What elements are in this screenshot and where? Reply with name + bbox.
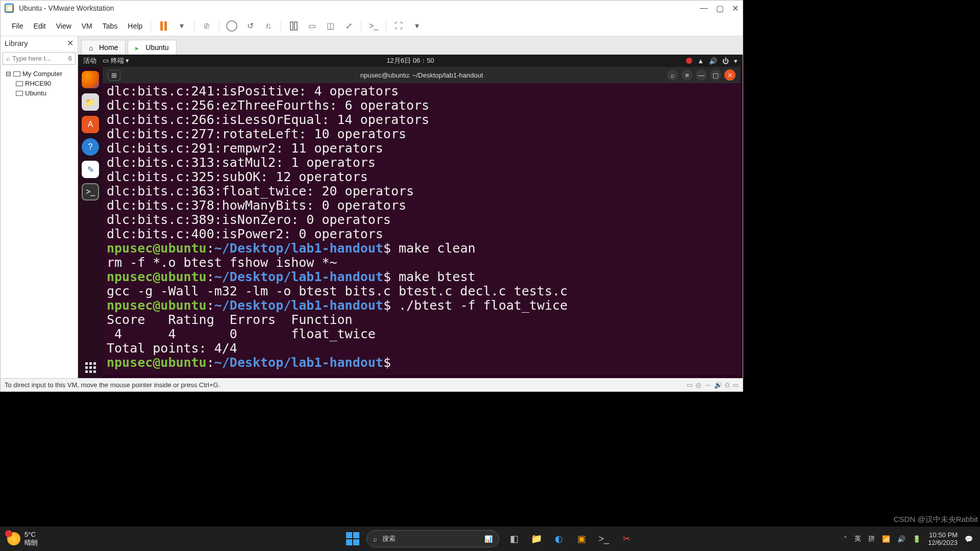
- library-search[interactable]: ⌕ Type here t... 6: [3, 52, 76, 65]
- view-console-button[interactable]: ▭: [306, 20, 318, 32]
- separator-icon: [151, 20, 151, 32]
- weather-icon: [7, 532, 20, 545]
- menu-view[interactable]: View: [51, 19, 77, 33]
- taskbar-weather[interactable]: 5°C 晴朗: [0, 531, 45, 547]
- dock-terminal[interactable]: >_: [82, 183, 99, 201]
- library-tree: ⊟ My Computer RHCE90 Ubuntu: [1, 67, 78, 100]
- dlc-line: dlc:bits.c:313:satMul2: 1 operators: [107, 155, 376, 170]
- snapshot-revert-button[interactable]: ↺: [244, 20, 256, 32]
- terminal-body[interactable]: dlc:bits.c:241:isPositive: 4 operators d…: [103, 83, 741, 375]
- dock-help[interactable]: ?: [82, 138, 99, 156]
- device-net-icon[interactable]: ↔: [704, 381, 711, 389]
- terminal-minimize-button[interactable]: —: [696, 69, 707, 81]
- dlc-line: dlc:bits.c:363:float_twice: 20 operators: [107, 184, 414, 198]
- separator-icon: [386, 20, 386, 32]
- menu-tabs[interactable]: Tabs: [97, 19, 123, 33]
- device-display-icon[interactable]: ▭: [732, 381, 739, 389]
- device-hdd-icon[interactable]: ▭: [687, 381, 693, 389]
- taskbar-terminal[interactable]: >_: [596, 531, 611, 546]
- volume-icon[interactable]: 🔊: [897, 535, 905, 543]
- gnome-datetime[interactable]: 12月6日 06：50: [386, 56, 434, 65]
- power-icon[interactable]: ⏻: [722, 57, 729, 65]
- dock-software[interactable]: A: [82, 116, 99, 133]
- gnome-app-label[interactable]: 终端: [111, 57, 124, 64]
- tray-chevron-icon[interactable]: ˄: [844, 535, 847, 543]
- menu-file[interactable]: File: [7, 19, 29, 33]
- chevron-down-icon[interactable]: ▾: [734, 57, 738, 65]
- taskbar-explorer[interactable]: 📁: [529, 531, 544, 546]
- wifi-icon[interactable]: 📶: [882, 535, 890, 543]
- taskbar-search-placeholder: 搜索: [382, 534, 396, 543]
- dock-files[interactable]: 📁: [82, 93, 99, 111]
- send-ctrl-alt-del-button[interactable]: ⎚: [201, 20, 213, 32]
- computer-icon: [13, 71, 20, 77]
- maximize-icon[interactable]: ▢: [716, 4, 724, 13]
- terminal-search-button[interactable]: ⌕: [667, 69, 678, 81]
- dlc-line: dlc:bits.c:266:isLessOrEqual: 14 operato…: [107, 112, 429, 127]
- search-widget-icon: 📊: [484, 535, 493, 543]
- volume-icon[interactable]: 🔊: [709, 57, 717, 65]
- tree-child-rhce90[interactable]: RHCE90: [4, 79, 75, 88]
- device-printer-icon[interactable]: ⎙: [725, 381, 729, 389]
- vm-tabs: ⌂Home ▸Ubuntu: [78, 36, 743, 55]
- prompt-path: ~/Desktop/lab1-handout: [214, 269, 383, 284]
- dropdown-icon[interactable]: ▾: [176, 20, 188, 32]
- notifications-icon[interactable]: 💬: [965, 535, 973, 543]
- fullscreen-button[interactable]: ⛶: [393, 20, 405, 32]
- tree-child-label: Ubuntu: [25, 89, 46, 97]
- minimize-icon[interactable]: —: [700, 4, 708, 13]
- taskbar-search[interactable]: ⌕ 搜索 📊: [366, 530, 499, 547]
- snapshot-button[interactable]: [226, 20, 238, 32]
- snapshot-manager-button[interactable]: ⎌: [262, 20, 275, 32]
- taskbar-taskview[interactable]: ◧: [506, 531, 522, 546]
- cmd-prompt-button[interactable]: >_: [368, 20, 380, 32]
- tab-home[interactable]: ⌂Home: [81, 40, 126, 55]
- view-single-button[interactable]: [287, 20, 300, 32]
- device-cd-icon[interactable]: ◎: [696, 381, 701, 389]
- dock-firefox[interactable]: [82, 71, 99, 88]
- terminal-title: npusec@ubuntu: ~/Desktop/lab1-handout: [360, 71, 483, 79]
- gnome-activities[interactable]: 活动: [83, 56, 96, 65]
- library-close-icon[interactable]: ✕: [67, 38, 74, 48]
- dlc-line: dlc:bits.c:277:rotateLeft: 10 operators: [107, 127, 406, 141]
- device-sound-icon[interactable]: 🔊: [714, 381, 722, 389]
- taskbar-clock[interactable]: 10:50 PM 12/6/2023: [928, 531, 958, 546]
- terminal-menu-button[interactable]: ≡: [681, 69, 693, 81]
- separator-icon: [281, 20, 281, 32]
- terminal-maximize-button[interactable]: ▢: [710, 69, 721, 81]
- tree-root[interactable]: ⊟ My Computer: [4, 69, 75, 79]
- tab-ubuntu-label: Ubuntu: [145, 43, 168, 52]
- menu-help[interactable]: Help: [122, 19, 148, 33]
- vm-icon: [16, 81, 23, 86]
- menu-edit[interactable]: Edit: [29, 19, 51, 33]
- terminal-close-button[interactable]: ✕: [724, 69, 736, 81]
- separator-icon: [361, 20, 361, 32]
- menu-vm[interactable]: VM: [77, 19, 97, 33]
- ime-method[interactable]: 拼: [868, 534, 875, 543]
- pause-button[interactable]: [157, 20, 169, 32]
- vm-display[interactable]: 活动 ▭ 终端 ▾ 12月6日 06：50 ▲ 🔊 ⏻ ▾ 📁 A: [78, 55, 743, 378]
- network-icon[interactable]: ▲: [697, 57, 704, 65]
- cmd1: make clean: [399, 241, 476, 256]
- taskbar-vmware[interactable]: ▣: [574, 531, 589, 546]
- dock-gedit[interactable]: ✎: [82, 161, 99, 178]
- cmd3: ./btest -f float_twice: [399, 298, 568, 313]
- start-button[interactable]: [346, 532, 359, 545]
- terminal-new-tab-button[interactable]: ⊞: [108, 70, 120, 81]
- close-icon[interactable]: ✕: [732, 4, 739, 13]
- battery-icon[interactable]: 🔋: [913, 535, 921, 543]
- taskbar-edge[interactable]: ◐: [551, 531, 567, 546]
- ime-lang[interactable]: 英: [854, 534, 861, 543]
- dropdown-icon[interactable]: ▾: [411, 20, 423, 32]
- view-unity-button[interactable]: ◫: [324, 20, 336, 32]
- tree-child-ubuntu[interactable]: Ubuntu: [4, 88, 75, 98]
- prompt-user: npusec@ubuntu: [107, 269, 207, 284]
- btest-row: 4 4 0 float_twice: [107, 327, 376, 341]
- dlc-line: dlc:bits.c:400:isPower2: 0 operators: [107, 227, 383, 241]
- view-stretch-button[interactable]: ⤢: [342, 20, 355, 32]
- tab-ubuntu[interactable]: ▸Ubuntu: [128, 40, 176, 55]
- dock-apps-grid[interactable]: [85, 362, 96, 373]
- taskbar-snip[interactable]: ✂: [619, 531, 634, 546]
- btest-total: Total points: 4/4: [107, 341, 237, 356]
- vmware-status-bar: To direct input to this VM, move the mou…: [1, 378, 743, 391]
